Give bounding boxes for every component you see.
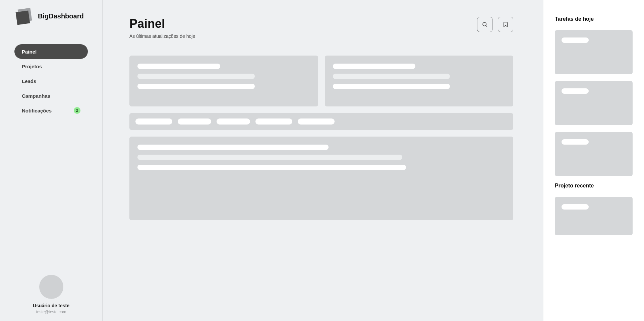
skeleton-row-top <box>129 56 513 106</box>
sidebar: BigDashboard Painel Projetos Leads Campa… <box>0 0 103 321</box>
skeleton-card <box>325 56 514 106</box>
nav-item-label: Painel <box>22 49 37 55</box>
skeleton-task-card <box>555 30 633 74</box>
brand-title: BigDashboard <box>38 12 84 20</box>
right-panel: Tarefas de hoje Projeto recente <box>543 0 644 321</box>
nav-item-label: Campanhas <box>22 93 50 99</box>
user-email: teste@teste.com <box>0 310 102 314</box>
main: Painel As últimas atualizações de hoje <box>103 0 543 321</box>
skeleton-row-big <box>129 137 513 220</box>
user-name: Usuário de teste <box>0 303 102 308</box>
page-title: Painel <box>129 17 195 31</box>
skeleton-project-card <box>555 197 633 235</box>
bookmark-icon <box>503 21 509 27</box>
nav-item-leads[interactable]: Leads <box>14 74 88 88</box>
nav-item-label: Leads <box>22 78 36 84</box>
search-button[interactable] <box>477 17 492 32</box>
notifications-badge: 2 <box>74 107 80 114</box>
search-icon <box>482 21 488 27</box>
nav-item-campanhas[interactable]: Campanhas <box>14 88 88 103</box>
nav-item-painel[interactable]: Painel <box>14 44 88 59</box>
nav: Painel Projetos Leads Campanhas Notifica… <box>0 44 102 118</box>
nav-item-projetos[interactable]: Projetos <box>14 59 88 74</box>
skeleton-task-card <box>555 132 633 176</box>
nav-item-label: Notificações <box>22 108 52 113</box>
nav-item-label: Projetos <box>22 64 42 69</box>
page-subtitle: As últimas atualizações de hoje <box>129 33 195 39</box>
skeleton-big-card <box>129 137 513 220</box>
nav-item-notificacoes[interactable]: Notificações 2 <box>14 103 88 118</box>
skeleton-card <box>129 56 318 106</box>
skeleton-row-tags <box>129 113 513 130</box>
skeleton-tags-card <box>129 113 513 130</box>
brand: BigDashboard <box>0 7 102 25</box>
svg-point-0 <box>483 22 486 26</box>
skeleton-task-card <box>555 81 633 125</box>
brand-logo-icon <box>15 7 33 25</box>
avatar[interactable] <box>39 275 63 299</box>
header-actions <box>477 17 513 32</box>
bookmark-button[interactable] <box>498 17 513 32</box>
user-block: Usuário de teste teste@teste.com <box>0 275 102 314</box>
tasks-heading: Tarefas de hoje <box>555 16 633 22</box>
main-heading-block: Painel As últimas atualizações de hoje <box>129 17 195 39</box>
svg-line-1 <box>486 25 487 26</box>
main-header: Painel As últimas atualizações de hoje <box>129 17 513 39</box>
project-heading: Projeto recente <box>555 183 633 189</box>
